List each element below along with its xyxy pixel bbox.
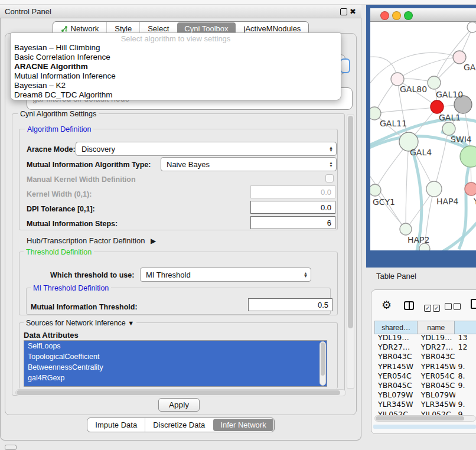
dpi-tolerance-field[interactable]: 0.0 [250, 201, 335, 214]
node-label-swi4: SWI4 [451, 135, 472, 144]
attribute-item[interactable]: TopologicalCoefficient [24, 351, 327, 362]
node-red[interactable] [431, 100, 444, 113]
algorithm-option[interactable]: Bayesian – Hill Climbing [11, 43, 341, 53]
network-edge [410, 143, 422, 250]
settings-vscrollbar-thumb[interactable] [348, 116, 353, 328]
tab-impute-data[interactable]: Impute Data [87, 418, 145, 432]
which-threshold-value: MI Threshold [146, 270, 191, 279]
minimize-traffic-light[interactable] [392, 11, 401, 20]
column-header-name[interactable]: name [418, 321, 455, 334]
unchecked-pair-icon[interactable] [445, 303, 461, 312]
table-row[interactable]: YDR27…YDR27…12 [374, 343, 476, 352]
network-icon [61, 25, 68, 32]
table-row[interactable]: YER054CYER054C8. [374, 371, 476, 381]
node-gal1[interactable] [442, 122, 455, 135]
attribute-item[interactable]: gal4RGexp [24, 373, 327, 383]
expander-arrow-icon: ▶ [151, 237, 156, 245]
column-header-shared[interactable]: shared… [374, 321, 418, 334]
algorithm-definition-title: Algorithm Definition [25, 125, 93, 133]
control-panel-titlebar[interactable]: Control Panel ✖ [0, 5, 361, 18]
manual-kernel-checkbox[interactable] [325, 174, 334, 182]
tab-infer-network[interactable]: Infer Network [213, 419, 273, 431]
network-window-titlebar[interactable] [370, 8, 476, 22]
zoom-traffic-light[interactable] [404, 11, 413, 20]
node-gal10[interactable] [428, 76, 441, 89]
settings-hscrollbar-thumb[interactable] [17, 390, 340, 395]
node-label-y: Y [473, 197, 476, 206]
split-columns-icon[interactable] [404, 301, 414, 310]
mi-type-combo[interactable]: Naive Bayes ▲▼ [161, 157, 337, 171]
table-row[interactable]: YBL079WYBL079W [374, 390, 476, 400]
attribute-item[interactable]: SelfLoops [24, 341, 327, 351]
top-strip [0, 0, 476, 5]
kernel-width-label: Kernel Width (0,1): [27, 190, 92, 198]
table-row[interactable]: YLR345WYLR345W9. [374, 400, 476, 409]
node-gcy1[interactable] [370, 184, 381, 196]
bottom-tab-pill: Impute DataDiscretize DataInfer Network [87, 418, 274, 432]
checked-pair-icon[interactable]: ✓✓ [424, 303, 440, 312]
spinner-arrows-icon: ▲▼ [329, 161, 333, 167]
float-window-icon[interactable] [340, 8, 347, 15]
split-columns-divider [409, 302, 410, 309]
table-cell: YBL079W [418, 390, 456, 400]
gear-icon[interactable]: ⚙ [382, 298, 392, 312]
aracne-mode-combo[interactable]: Discovery ▲▼ [76, 142, 337, 156]
algorithm-option[interactable]: ARACNE Algorithm [11, 62, 341, 71]
table-cell: 8. [455, 371, 476, 381]
table-hscrollbar-thumb[interactable] [376, 416, 464, 420]
control-panel-title: Control Panel [5, 7, 51, 16]
algorithm-option[interactable]: Basic Correlation Inference [11, 53, 341, 62]
node-salmon[interactable] [465, 182, 476, 195]
attribute-item[interactable]: BetweennessCentrality [24, 362, 327, 373]
kernel-width-field[interactable]: 0.0 [250, 185, 335, 198]
node-hap4[interactable] [426, 181, 442, 197]
table-row[interactable]: YBR043CYBR043C [374, 352, 476, 361]
dpi-tolerance-label: DPI Tolerance [0,1]: [27, 205, 95, 213]
node-label-gal11: GAL11 [380, 119, 407, 128]
node-pink-top[interactable] [453, 51, 466, 64]
tab-label: Impute Data [95, 420, 137, 429]
network-canvas[interactable]: GALGAL80GAL10GAL1GAL11SWI4GAL4GCY1HAP4YH… [370, 22, 476, 250]
node-label-gal: GAL [464, 63, 476, 72]
apply-button[interactable]: Apply [158, 398, 200, 412]
column-header-A[interactable]: A [455, 321, 476, 334]
table-cell: YPR145W [374, 362, 418, 371]
sources-title[interactable]: Sources for Network Inference ▼ [24, 319, 136, 327]
table-cell: YLR345W [418, 400, 456, 409]
sources-title-text: Sources for Network Inference [26, 319, 126, 327]
algorithm-dropdown-list: Bayesian – Hill ClimbingBasic Correlatio… [11, 43, 341, 100]
desktop: Control Panel ✖ NetworkStyleSelectCyni T… [0, 0, 476, 450]
aracne-mode-value: Discovery [81, 145, 115, 154]
table-cell: YBL079W [374, 390, 418, 400]
mi-steps-field[interactable]: 6 [250, 216, 335, 229]
tab-discretize-data[interactable]: Discretize Data [145, 418, 213, 432]
table-row[interactable]: YPR145WYPR145W9. [374, 362, 476, 371]
algorithm-option[interactable]: Dream8 DC_TDC Algorithm [11, 90, 341, 100]
inference-algorithm-combo-button[interactable] [340, 58, 350, 73]
checked-box-icon: ✓ [433, 305, 440, 312]
node-gal11[interactable] [370, 107, 381, 120]
algorithm-option[interactable]: Bayesian – K2 [11, 81, 341, 90]
mi-threshold-field[interactable]: 0.5 [248, 298, 332, 311]
attr-list-vscrollbar-thumb[interactable] [321, 343, 325, 376]
algorithm-option[interactable]: Mutual Information Inference [11, 71, 341, 81]
table-header-row[interactable]: shared…nameA [374, 321, 476, 334]
node-label-gal10: GAL10 [436, 90, 463, 99]
node-top-partial[interactable] [467, 22, 476, 32]
document-icon[interactable] [471, 299, 476, 309]
bottom-left-partial-button[interactable] [5, 445, 17, 450]
table-row[interactable]: YIL052CYIL052C9 [374, 410, 476, 416]
table-cell: YBR043C [418, 352, 456, 361]
table-cell: YER054C [418, 371, 456, 381]
close-window-icon[interactable]: ✖ [350, 8, 356, 15]
hub-definition-expander[interactable]: Hub/Transcription Factor Definition ▶ [27, 236, 156, 245]
data-attributes-list[interactable]: SelfLoopsTopologicalCoefficientBetweenne… [24, 340, 327, 387]
which-threshold-combo[interactable]: MI Threshold ▲▼ [140, 268, 311, 282]
node-swi4-big[interactable] [460, 146, 476, 167]
node-gal80[interactable] [391, 73, 404, 86]
close-traffic-light[interactable] [380, 11, 389, 20]
table-row[interactable]: YDL19…YDL19…13 [374, 333, 476, 343]
table-row[interactable]: YBR045CYBR045C9. [374, 381, 476, 390]
table-cell: YDR27… [374, 343, 418, 352]
node-hap2[interactable] [400, 223, 412, 235]
